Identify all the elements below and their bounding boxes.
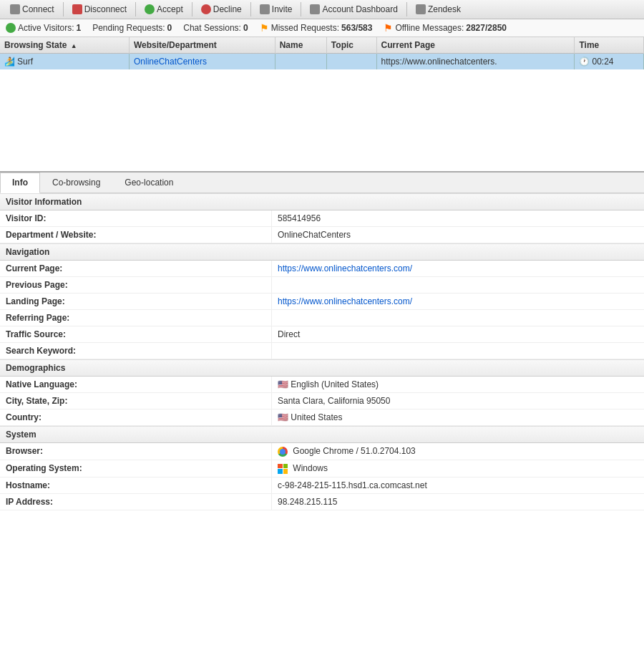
connect-label: Connect	[22, 4, 54, 14]
zendesk-icon	[416, 4, 426, 14]
tab-info[interactable]: Info	[0, 173, 40, 193]
label-search-keyword: Search Keyword:	[0, 343, 272, 359]
us-flag-icon: 🇺🇸	[278, 379, 288, 389]
separator	[135, 2, 136, 16]
value-hostname: c-98-248-215-115.hsd1.ca.comcast.net	[272, 477, 644, 493]
table-row[interactable]: 🏄 Surf OnlineChatCenters https://www.onl…	[0, 54, 644, 70]
separator	[406, 2, 407, 16]
row-previous-page: Previous Page:	[0, 277, 644, 294]
row-referring-page: Referring Page:	[0, 310, 644, 326]
website-department-cell: OnlineChatCenters	[129, 54, 275, 70]
label-native-language: Native Language:	[0, 377, 272, 392]
value-native-language: 🇺🇸 English (United States)	[272, 377, 644, 392]
value-current-page: https://www.onlinechatcenters.com/	[272, 261, 644, 276]
row-native-language: Native Language: 🇺🇸 English (United Stat…	[0, 377, 644, 393]
section-navigation: Navigation	[0, 243, 644, 261]
tab-geo-location[interactable]: Geo-location	[112, 173, 185, 193]
row-landing-page: Landing Page: https://www.onlinechatcent…	[0, 294, 644, 310]
accept-icon	[145, 4, 155, 14]
row-operating-system: Operating System: Windows	[0, 460, 644, 477]
disconnect-button[interactable]: Disconnect	[67, 2, 132, 16]
topic-cell	[326, 54, 376, 70]
zendesk-label: Zendesk	[428, 4, 461, 14]
active-visitors-label: Active Visitors:	[18, 23, 74, 33]
label-city-state-zip: City, State, Zip:	[0, 393, 272, 409]
decline-button[interactable]: Decline	[195, 2, 248, 16]
row-visitor-id: Visitor ID: 585414956	[0, 210, 644, 227]
row-country: Country: 🇺🇸 United States	[0, 409, 644, 426]
active-visitors-icon	[6, 23, 16, 33]
col-topic[interactable]: Topic	[326, 37, 376, 54]
chat-sessions-label: Chat Sessions:	[183, 23, 241, 33]
connect-button[interactable]: Connect	[4, 2, 60, 16]
section-system: System	[0, 426, 644, 443]
country-text: United States	[291, 412, 342, 422]
label-previous-page: Previous Page:	[0, 277, 272, 293]
tab-co-browsing[interactable]: Co-browsing	[40, 173, 112, 193]
os-text: Windows	[293, 463, 328, 473]
dashboard-icon	[310, 4, 320, 14]
invite-button[interactable]: Invite	[254, 2, 298, 16]
missed-requests-label: Missed Requests:	[271, 23, 339, 33]
offline-messages-label: Offline Messages:	[395, 23, 464, 33]
disconnect-label: Disconnect	[84, 4, 127, 14]
col-browsing-state[interactable]: Browsing State ▲	[0, 37, 129, 54]
missed-requests-flag-icon: ⚑	[260, 22, 269, 34]
offline-messages-item: ⚑ Offline Messages: 2827/2850	[384, 22, 507, 34]
time-cell: 🕐 00:24	[575, 54, 644, 70]
account-dashboard-button[interactable]: Account Dashboard	[304, 2, 403, 16]
landing-page-link[interactable]: https://www.onlinechatcenters.com/	[278, 296, 412, 306]
offline-messages-value: 2827/2850	[466, 23, 507, 33]
row-hostname: Hostname: c-98-248-215-115.hsd1.ca.comca…	[0, 477, 644, 494]
current-page-value: https://www.onlinechatcenters.	[381, 57, 497, 67]
current-page-cell: https://www.onlinechatcenters.	[376, 54, 575, 70]
label-visitor-id: Visitor ID:	[0, 210, 272, 226]
name-cell	[275, 54, 326, 70]
active-visitors-count: 1	[76, 23, 81, 33]
col-website-department[interactable]: Website/Department	[129, 37, 275, 54]
missed-requests-item: ⚑ Missed Requests: 563/583	[260, 22, 373, 34]
accept-button[interactable]: Accept	[139, 2, 189, 16]
separator	[250, 2, 251, 16]
accept-label: Accept	[157, 4, 183, 14]
surf-icon: 🏄	[4, 57, 15, 67]
windows-icon	[278, 464, 288, 474]
row-city-state-zip: City, State, Zip: Santa Clara, Californi…	[0, 393, 644, 409]
section-demographics: Demographics	[0, 359, 644, 377]
tabs-container: Info Co-browsing Geo-location	[0, 173, 644, 193]
row-browser: Browser: Google Chrome / 51.0.2704.103	[0, 443, 644, 460]
missed-requests-value: 563/583	[341, 23, 372, 33]
col-time[interactable]: Time	[575, 37, 644, 54]
browser-text: Google Chrome / 51.0.2704.103	[293, 446, 415, 456]
native-language-text: English (United States)	[291, 379, 379, 389]
sort-arrow-icon: ▲	[71, 42, 77, 49]
website-department-link[interactable]: OnlineChatCenters	[134, 57, 207, 67]
table-header-row: Browsing State ▲ Website/Department Name…	[0, 37, 644, 54]
col-name[interactable]: Name	[275, 37, 326, 54]
value-country: 🇺🇸 United States	[272, 409, 644, 425]
empty-area	[0, 69, 644, 170]
offline-messages-flag-icon: ⚑	[384, 22, 393, 34]
time-value: 00:24	[592, 57, 613, 67]
value-previous-page	[272, 277, 644, 293]
label-current-page: Current Page:	[0, 261, 272, 276]
label-landing-page: Landing Page:	[0, 294, 272, 309]
col-current-page[interactable]: Current Page	[376, 37, 575, 54]
section-visitor-information: Visitor Information	[0, 193, 644, 210]
label-operating-system: Operating System:	[0, 460, 272, 477]
zendesk-button[interactable]: Zendesk	[410, 2, 467, 16]
label-hostname: Hostname:	[0, 477, 272, 493]
chat-sessions-item: Chat Sessions: 0	[183, 23, 248, 33]
row-ip-address: IP Address: 98.248.215.115	[0, 494, 644, 510]
disconnect-icon	[72, 4, 82, 14]
value-department-website: OnlineChatCenters	[272, 227, 644, 243]
connect-icon	[10, 4, 20, 14]
invite-icon	[260, 4, 270, 14]
status-bar: Active Visitors: 1 Pending Requests: 0 C…	[0, 19, 644, 37]
info-panel: Visitor Information Visitor ID: 58541495…	[0, 193, 644, 510]
invite-label: Invite	[272, 4, 293, 14]
label-country: Country:	[0, 409, 272, 425]
value-search-keyword	[272, 343, 644, 359]
current-page-link[interactable]: https://www.onlinechatcenters.com/	[278, 263, 412, 273]
value-landing-page: https://www.onlinechatcenters.com/	[272, 294, 644, 309]
